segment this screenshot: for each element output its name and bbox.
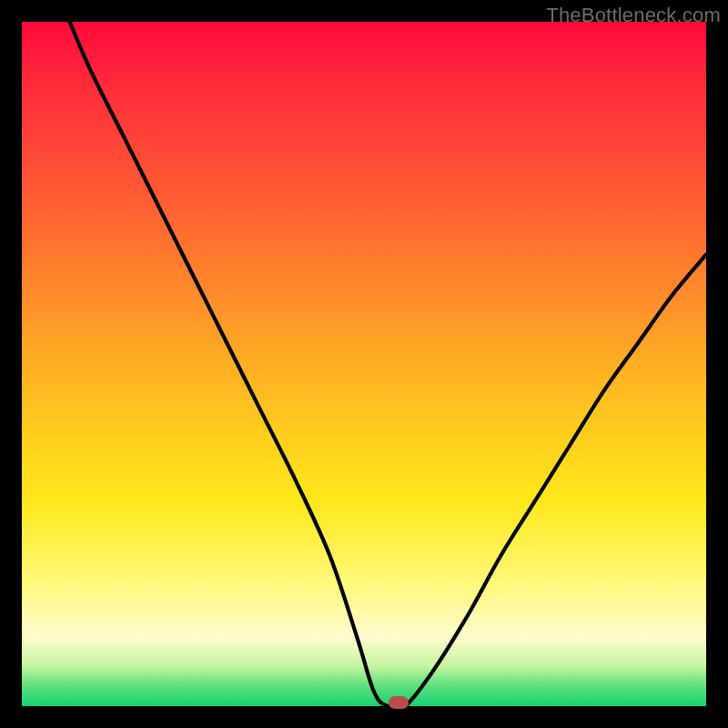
plot-area [22,22,706,706]
chart-stage: TheBottleneck.com [0,0,728,728]
optimal-point-marker [389,696,409,709]
curve-svg [22,22,706,706]
bottleneck-curve [70,22,706,709]
